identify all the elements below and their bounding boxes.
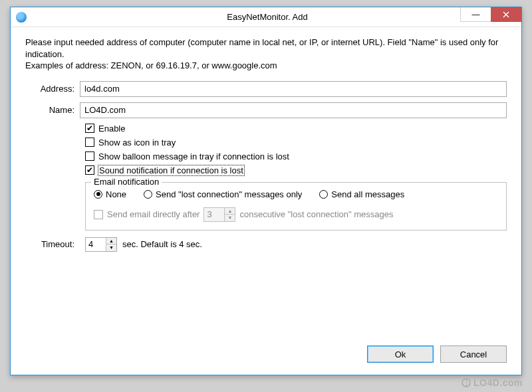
timeout-row: Timeout: ▲ ▼ sec. Default is 4 sec. — [25, 237, 507, 252]
email-direct-row: Send email directly after ▲ ▼ consecutiv… — [94, 207, 498, 222]
email-direct-checkbox — [94, 210, 103, 219]
timeout-label: Timeout: — [25, 239, 80, 249]
timeout-suffix: sec. Default is 4 sec. — [122, 239, 202, 249]
radio-none-label: None — [106, 189, 126, 199]
radio-all-item: Send all messages — [319, 189, 404, 199]
balloon-checkbox[interactable] — [85, 151, 94, 161]
email-legend: Email notification — [91, 177, 162, 187]
watermark-text: LO4D.com — [473, 377, 523, 388]
email-groupbox: Email notification None Send "lost conne… — [85, 182, 507, 231]
globe-icon — [462, 378, 471, 387]
enable-checkbox[interactable]: ✔ — [85, 124, 94, 133]
spin-down-icon[interactable]: ▼ — [106, 245, 116, 251]
timeout-spinner[interactable]: ▲ ▼ — [85, 237, 117, 252]
sound-row: ✔ Sound notification if connection is lo… — [85, 165, 507, 175]
window-title: EasyNetMonitor. Add — [13, 12, 521, 22]
radio-none[interactable] — [94, 190, 102, 199]
enable-row: ✔ Enable — [85, 124, 507, 134]
radio-lostonly-item: Send "lost connection" messages only — [144, 189, 302, 199]
email-direct-suffix: consecutive "lost connection" messages — [239, 209, 393, 219]
trayicon-row: Show as icon in tray — [85, 138, 507, 147]
minimize-button[interactable]: — — [460, 7, 491, 22]
name-input[interactable] — [80, 102, 507, 118]
balloon-row: Show balloon message in tray if connecti… — [85, 151, 507, 161]
radio-lostonly[interactable] — [144, 190, 152, 199]
radio-all-label: Send all messages — [331, 189, 404, 199]
radio-lostonly-label: Send "lost connection" messages only — [156, 189, 302, 199]
spin-up-icon[interactable]: ▲ — [106, 238, 116, 245]
email-radios: None Send "lost connection" messages onl… — [94, 189, 498, 199]
watermark: LO4D.com — [462, 377, 523, 388]
titlebar[interactable]: EasyNetMonitor. Add — — [11, 7, 521, 27]
ok-button[interactable]: Ok — [367, 345, 434, 363]
close-icon — [503, 11, 509, 18]
balloon-label: Show balloon message in tray if connecti… — [98, 151, 289, 161]
instructions-line1: Please input needed address of computer … — [25, 37, 507, 60]
email-direct-value — [204, 208, 224, 221]
address-input[interactable] — [80, 81, 507, 97]
trayicon-checkbox[interactable] — [85, 138, 94, 147]
enable-label: Enable — [98, 124, 125, 134]
timeout-input[interactable] — [86, 238, 106, 251]
dialog-content: Please input needed address of computer … — [11, 27, 521, 260]
close-button[interactable] — [491, 7, 521, 22]
email-direct-prefix: Send email directly after — [107, 209, 200, 219]
sound-label: Sound notification if connection is lost — [98, 165, 244, 175]
name-label: Name: — [25, 105, 80, 115]
address-label: Address: — [25, 84, 80, 94]
instructions-text: Please input needed address of computer … — [25, 37, 507, 72]
name-row: Name: — [25, 102, 507, 118]
trayicon-label: Show as icon in tray — [98, 138, 176, 147]
sound-checkbox[interactable]: ✔ — [85, 165, 94, 175]
spin-down-icon: ▼ — [225, 215, 235, 221]
window-controls: — — [460, 7, 521, 22]
timeout-spinbuttons: ▲ ▼ — [106, 238, 116, 251]
button-row: Ok Cancel — [11, 336, 521, 363]
dialog-window: EasyNetMonitor. Add — Please input neede… — [10, 7, 522, 375]
radio-all[interactable] — [319, 190, 328, 199]
spin-up-icon: ▲ — [225, 208, 235, 215]
radio-none-item: None — [94, 189, 126, 199]
cancel-button[interactable]: Cancel — [440, 345, 507, 363]
address-row: Address: — [25, 81, 507, 97]
instructions-line2: Examples of address: ZENON, or 69.16.19.… — [25, 60, 507, 72]
email-direct-spinbuttons: ▲ ▼ — [224, 208, 235, 221]
email-direct-spinner: ▲ ▼ — [203, 207, 235, 222]
